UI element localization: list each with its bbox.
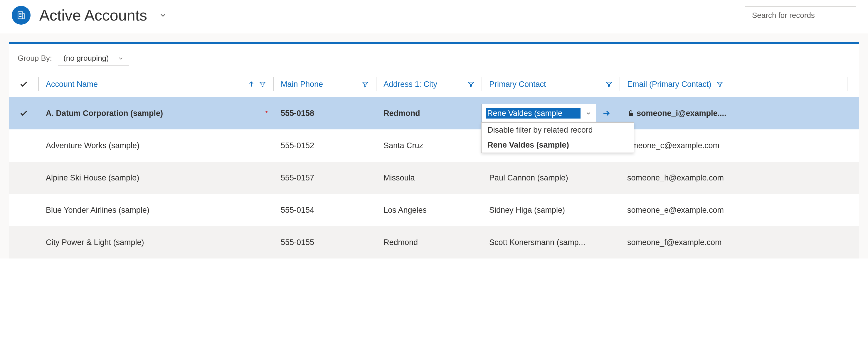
select-all-check-icon[interactable] [20, 80, 28, 89]
column-header-email[interactable]: Email (Primary Contact) [627, 80, 712, 89]
cell-name: Blue Yonder Airlines (sample) [46, 206, 150, 215]
content-area: Group By: (no grouping) Account Name [0, 33, 868, 259]
filter-icon[interactable] [467, 81, 474, 88]
cell-city: Missoula [383, 173, 415, 182]
row-check-icon[interactable] [20, 109, 28, 118]
table-row[interactable]: Alpine Ski House (sample) 555-0157 Misso… [9, 162, 859, 194]
cell-contact: Sidney Higa (sample) [489, 206, 565, 215]
grid-header-row: Account Name Main Phone Address 1: City [9, 74, 859, 97]
cell-name: Adventure Works (sample) [46, 141, 140, 150]
column-separator [273, 77, 274, 91]
filter-icon[interactable] [606, 81, 613, 88]
group-by-select[interactable]: (no grouping) [58, 51, 129, 65]
cell-city: Los Angeles [383, 206, 427, 215]
page-header: Active Accounts [0, 0, 868, 33]
cell-email: omeone_c@example.com [627, 141, 719, 150]
primary-contact-lookup[interactable]: Rene Valdes (sample Disable filter by re… [482, 104, 596, 123]
required-star-icon: * [265, 109, 268, 117]
cell-contact: Paul Cannon (sample) [489, 173, 568, 182]
cell-phone: 555-0154 [281, 206, 314, 215]
search-input[interactable] [745, 6, 856, 24]
column-separator [482, 77, 482, 91]
cell-email: someone_e@example.com [627, 206, 724, 215]
grid-panel: Group By: (no grouping) Account Name [9, 42, 859, 259]
column-separator [620, 77, 620, 91]
cell-city: Redmond [383, 238, 418, 247]
title-group: Active Accounts [12, 6, 167, 25]
lookup-dropdown: Disable filter by related record Rene Va… [481, 122, 634, 153]
arrow-right-icon[interactable] [602, 109, 611, 118]
filter-icon[interactable] [259, 81, 266, 88]
table-row[interactable]: A. Datum Corporation (sample)* 555-0158 … [9, 97, 859, 129]
table-row[interactable]: City Power & Light (sample) 555-0155 Red… [9, 226, 859, 259]
column-header-contact[interactable]: Primary Contact [489, 80, 546, 89]
cell-email: someone_h@example.com [627, 173, 724, 182]
column-header-city[interactable]: Address 1: City [383, 80, 437, 89]
column-separator [847, 77, 847, 91]
dropdown-disable-filter[interactable]: Disable filter by related record [482, 123, 634, 138]
group-by-label: Group By: [18, 54, 52, 63]
column-separator [38, 77, 39, 91]
dropdown-option[interactable]: Rene Valdes (sample) [482, 138, 634, 152]
column-header-phone[interactable]: Main Phone [281, 80, 323, 89]
entity-icon [12, 6, 31, 25]
lookup-selected-text: Rene Valdes (sample [486, 108, 581, 118]
group-by-value: (no grouping) [63, 54, 109, 63]
cell-contact: Scott Konersmann (samp... [489, 238, 585, 247]
column-header-name[interactable]: Account Name [46, 80, 98, 89]
cell-city: Redmond [383, 109, 420, 118]
cell-name: Alpine Ski House (sample) [46, 173, 139, 182]
cell-city: Santa Cruz [383, 141, 423, 150]
chevron-down-icon [118, 56, 124, 61]
group-by-bar: Group By: (no grouping) [9, 44, 859, 74]
lock-icon [627, 110, 634, 117]
page-title: Active Accounts [39, 6, 147, 24]
cell-email: someone_f@example.com [627, 238, 722, 247]
view-selector-chevron-icon[interactable] [159, 11, 167, 20]
svg-rect-0 [18, 12, 23, 19]
cell-phone: 555-0152 [281, 141, 314, 150]
chevron-down-icon[interactable] [585, 110, 592, 116]
cell-name: City Power & Light (sample) [46, 238, 144, 247]
table-row[interactable]: Adventure Works (sample) 555-0152 Santa … [9, 129, 859, 162]
filter-icon[interactable] [362, 81, 369, 88]
column-separator [376, 77, 376, 91]
cell-email: someone_i@example.... [637, 109, 726, 118]
cell-name: A. Datum Corporation (sample) [46, 109, 163, 118]
cell-phone: 555-0158 [281, 109, 314, 118]
filter-icon[interactable] [716, 81, 723, 88]
sort-asc-icon[interactable] [248, 81, 255, 88]
table-row[interactable]: Blue Yonder Airlines (sample) 555-0154 L… [9, 194, 859, 226]
cell-phone: 555-0155 [281, 238, 314, 247]
cell-phone: 555-0157 [281, 173, 314, 182]
